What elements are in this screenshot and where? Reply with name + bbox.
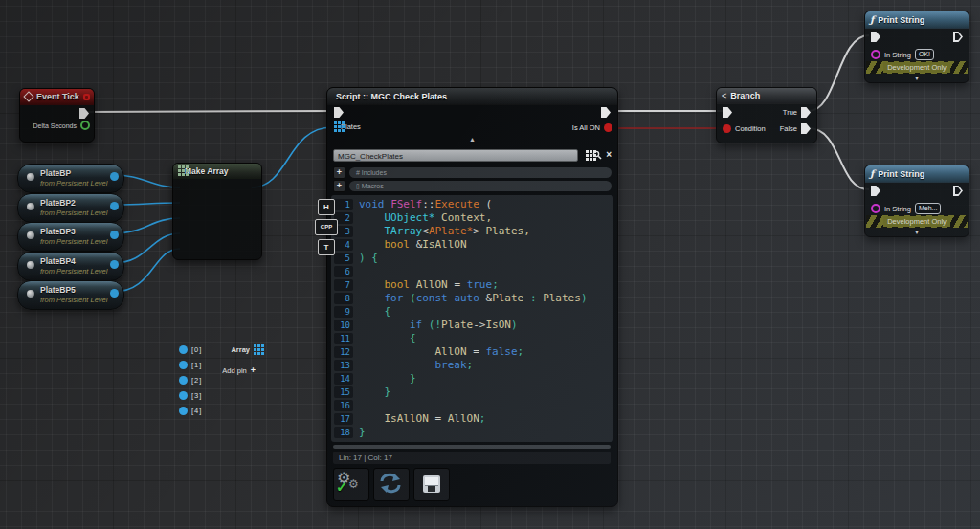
wire-branch-true-to-print-ok[interactable] <box>809 35 869 111</box>
node-print-string-ok[interactable]: ƒ Print String In String OK! Development… <box>864 11 969 83</box>
variable-level-label: from Persistent Level <box>40 267 107 276</box>
code-line-3[interactable]: 3 TArray<APlate*> Plates, <box>331 225 613 238</box>
false-exec-output-pin[interactable] <box>801 123 811 134</box>
function-icon: ƒ <box>870 15 874 25</box>
code-line-13[interactable]: 13 break; <box>331 359 613 372</box>
script-header[interactable]: Script :: MGC Check Plates <box>327 88 617 105</box>
exec-output-pin[interactable] <box>601 107 611 118</box>
add-pin-icon[interactable]: + <box>251 365 256 375</box>
code-line-8[interactable]: 8 for (const auto &Plate : Plates) <box>331 292 613 305</box>
code-line-11[interactable]: 11 { <box>331 332 613 345</box>
node-event-tick[interactable]: Event Tick Delta Seconds <box>19 88 95 143</box>
collapse-up-icon[interactable]: ▲ <box>327 136 617 143</box>
code-line-2[interactable]: 2 UObject* Context, <box>331 211 613 225</box>
in-string-pin[interactable] <box>871 50 880 59</box>
object-output-pin[interactable] <box>110 231 119 239</box>
line-number: 18 <box>334 427 353 438</box>
save-button[interactable] <box>413 468 450 501</box>
code-line-7[interactable]: 7 bool AllON = true; <box>331 278 613 292</box>
script-name-input[interactable]: MGC_CheckPlates <box>333 149 578 162</box>
node-title: Branch <box>730 91 760 100</box>
add-include-button[interactable]: + <box>333 166 345 179</box>
code-editor[interactable]: 1void FSelf::Execute (2 UObject* Context… <box>331 195 613 442</box>
node-make-array[interactable]: Make Array [0] [1] [2] [3] [4] Array <box>172 163 262 260</box>
object-input-pin[interactable] <box>179 361 188 369</box>
array-index-label: [0] <box>191 345 202 354</box>
code-line-16[interactable]: 16 <box>331 399 613 412</box>
object-output-pin[interactable] <box>110 202 119 210</box>
tab-types-file[interactable]: T <box>318 239 335 255</box>
code-text: } <box>359 372 416 386</box>
print-string-header[interactable]: ƒ Print String <box>865 165 969 183</box>
object-output-pin[interactable] <box>110 260 119 269</box>
code-text: { <box>359 332 416 345</box>
node-variable-get-platebp[interactable]: PlateBP from Persistent Level <box>17 164 124 193</box>
print-string-header[interactable]: ƒ Print String <box>865 11 969 29</box>
node-variable-get-platebp2[interactable]: PlateBP2 from Persistent Level <box>17 193 124 223</box>
exec-input-pin[interactable] <box>723 107 732 118</box>
blueprint-canvas[interactable]: Event Tick Delta Seconds PlateBP from Pe… <box>0 0 980 529</box>
event-tick-header[interactable]: Event Tick <box>20 89 94 105</box>
object-input-pin[interactable] <box>179 391 188 400</box>
exec-input-pin[interactable] <box>871 32 880 42</box>
branch-header[interactable]: < Branch <box>717 88 816 104</box>
node-variable-get-platebp3[interactable]: PlateBP3 from Persistent Level <box>17 222 124 252</box>
exec-output-pin[interactable] <box>953 32 963 42</box>
in-string-value[interactable]: OK! <box>915 49 934 60</box>
code-line-12[interactable]: 12 AllON = false; <box>331 345 613 359</box>
search-icon[interactable] <box>592 150 602 160</box>
expand-down-icon[interactable]: ▼ <box>865 75 969 81</box>
is-all-on-output-pin[interactable] <box>604 123 612 132</box>
code-line-14[interactable]: 14 } <box>331 372 613 386</box>
macros-bar[interactable]: ▯ Macros <box>349 181 612 191</box>
code-line-5[interactable]: 5) { <box>331 252 613 265</box>
tab-cpp-file[interactable]: CPP <box>315 219 338 235</box>
in-string-pin[interactable] <box>871 204 880 213</box>
add-macro-button[interactable]: + <box>333 180 345 192</box>
condition-input-pin[interactable] <box>723 124 731 133</box>
code-line-17[interactable]: 17 IsAllON = AllON; <box>331 412 613 426</box>
code-line-9[interactable]: 9 { <box>331 305 613 319</box>
code-line-10[interactable]: 10 if (!Plate->IsON) <box>331 319 613 332</box>
close-icon[interactable]: × <box>606 150 612 160</box>
wire-exec-tick-to-script[interactable] <box>85 111 335 112</box>
exec-input-pin[interactable] <box>334 107 344 118</box>
object-output-pin[interactable] <box>110 172 119 181</box>
check-icon: ✓ <box>336 478 348 496</box>
array-output-pin[interactable] <box>254 344 256 347</box>
make-array-header[interactable]: Make Array <box>173 164 261 179</box>
refresh-button[interactable] <box>373 468 410 501</box>
node-variable-get-platebp5[interactable]: PlateBP5 from Persistent Level <box>17 280 124 310</box>
code-line-1[interactable]: 1void FSelf::Execute ( <box>331 198 613 211</box>
tab-header-file[interactable]: H <box>318 199 335 215</box>
expand-down-icon[interactable]: ▼ <box>865 229 969 235</box>
variable-name: PlateBP3 <box>40 227 76 236</box>
code-horizontal-scrollbar[interactable] <box>333 445 611 449</box>
object-output-pin[interactable] <box>110 289 119 298</box>
node-variable-get-platebp4[interactable]: PlateBP4 from Persistent Level <box>17 252 124 281</box>
grid-icon[interactable] <box>586 150 589 153</box>
exec-input-pin[interactable] <box>871 186 880 196</box>
object-input-pin[interactable] <box>179 407 188 415</box>
array-grid-icon <box>178 165 181 168</box>
node-script-mgc-check-plates[interactable]: Script :: MGC Check Plates Plates Is All… <box>326 87 618 507</box>
code-line-6[interactable]: 6 <box>331 265 613 278</box>
plates-array-input-pin[interactable] <box>334 121 337 124</box>
code-line-18[interactable]: 18} <box>331 426 613 439</box>
line-number: 6 <box>334 266 353 277</box>
includes-bar[interactable]: # Includes <box>349 167 612 178</box>
object-input-pin[interactable] <box>179 376 188 385</box>
node-print-string-meh[interactable]: ƒ Print String In String Meh... Developm… <box>864 165 969 237</box>
code-line-15[interactable]: 15 } <box>331 386 613 399</box>
compile-button[interactable]: ⚙ ⚙ ✓ <box>333 468 369 501</box>
delta-seconds-pin[interactable] <box>80 121 90 130</box>
object-input-pin[interactable] <box>179 345 188 354</box>
exec-output-pin[interactable] <box>953 186 963 196</box>
wire-branch-false-to-print-meh[interactable] <box>809 128 869 189</box>
node-branch[interactable]: < Branch Condition True False <box>716 87 817 143</box>
code-line-4[interactable]: 4 bool &IsAllON <box>331 238 613 252</box>
wire-array-to-plates[interactable] <box>252 127 332 187</box>
true-exec-output-pin[interactable] <box>801 107 811 118</box>
in-string-value[interactable]: Meh... <box>915 203 941 214</box>
exec-output-pin[interactable] <box>79 108 89 119</box>
